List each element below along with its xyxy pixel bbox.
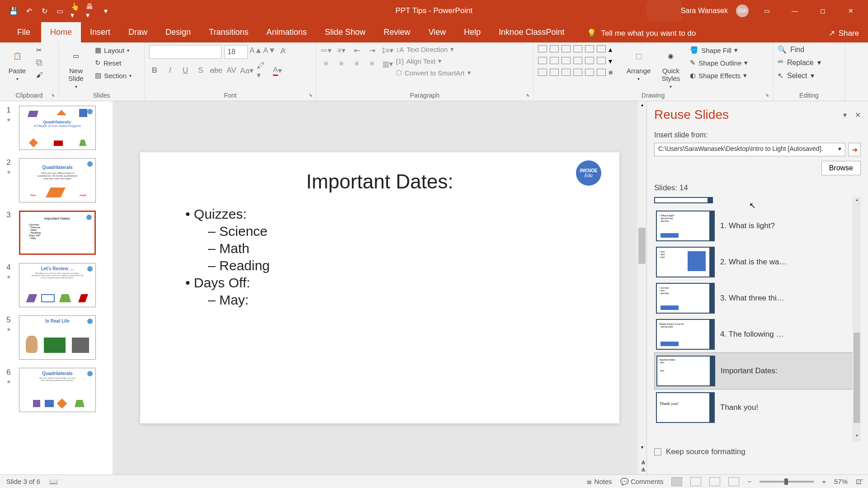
cut-button[interactable]: ✂ [33,45,46,55]
touch-mode-icon[interactable]: 👆▾ [71,6,80,15]
shapes-gallery[interactable]: ▴ ▾ ≡ [538,45,619,80]
select-button[interactable]: ↖Select ▾ [778,71,821,80]
decrease-indent-button[interactable]: ⇤ [352,45,362,55]
reuse-item-4[interactable]: Please bring in a box for text text text… [654,316,861,352]
arrange-button[interactable]: ⬚ Arrange ▾ [623,45,654,83]
reuse-thumb-partial[interactable] [654,197,713,203]
customize-qat-icon[interactable]: ▾ [101,6,110,15]
close-icon[interactable]: ✕ [841,4,861,18]
new-slide-button[interactable]: ▭ New Slide ▾ [63,45,89,91]
zoom-out-button[interactable]: − [747,478,751,485]
panel-menu-icon[interactable]: ▾ [843,111,847,119]
save-icon[interactable]: 💾 [9,6,18,15]
next-slide-icon[interactable]: ≛ [641,467,646,474]
minimize-icon[interactable]: — [785,4,805,18]
font-family-select[interactable] [149,45,222,59]
section-button[interactable]: ▤Section▾ [92,70,134,80]
reuse-item-1[interactable]: • What is light? text text text text tex… [654,208,861,244]
reading-view-button[interactable] [709,477,720,486]
slide-body[interactable]: • Quizzes: – Science – Math – Reading • … [167,206,592,308]
justify-button[interactable]: ≡ [367,59,377,69]
ribbon-display-icon[interactable]: ▭ [757,4,777,18]
slide-thumbnail-2[interactable]: Quadrilaterals There are many different … [19,158,96,202]
checkbox-icon[interactable] [654,448,661,455]
slide-thumbnail-6[interactable]: Quadrilaterals With your newly found kno… [19,368,96,412]
file-path-input[interactable]: C:\Users\SaraWanasek\Desktop\Intro to Li… [654,143,845,156]
sorter-view-button[interactable] [690,477,701,486]
numbering-button[interactable]: ≡▾ [336,45,346,55]
highlight-button[interactable]: 🖍▾ [257,65,268,76]
reset-button[interactable]: ↻Reset [92,58,134,68]
scroll-up-icon[interactable]: ▴ [638,102,646,109]
zoom-in-button[interactable]: + [822,478,826,485]
browse-button[interactable]: Browse [821,161,861,175]
tab-design[interactable]: Design [156,22,200,42]
reuse-item-2[interactable]: • text• text• text 2. What is the wa… [654,244,861,280]
share-button[interactable]: ↗ Share [829,28,859,42]
maximize-icon[interactable]: ◻ [813,4,833,18]
zoom-slider[interactable] [760,481,814,483]
reuse-item-5[interactable]: Important Dates:· text - -· text Importa… [654,352,861,389]
bullets-button[interactable]: ≔▾ [321,45,331,55]
drawing-launcher-icon[interactable]: ⬊ [765,93,771,98]
user-avatar[interactable]: SW [736,5,749,17]
shape-outline-button[interactable]: ✎Shape Outline ▾ [687,58,750,68]
tab-insert[interactable]: Insert [81,22,119,42]
slide-thumbnail-1[interactable]: Quadrilaterals: A Parade of Four-Sided P… [19,106,96,150]
font-color-button[interactable]: A▾ [272,65,283,76]
notes-button[interactable]: ≣ Notes [586,478,612,486]
shape-fill-button[interactable]: 🪣Shape Fill ▾ [687,45,750,55]
zoom-level[interactable]: 57% [834,478,848,485]
smartart-button[interactable]: ⬡Convert to SmartArt ▾ [396,69,471,77]
slideshow-view-button[interactable] [728,477,739,486]
slide-thumbnail-5[interactable]: In Real Life [19,315,96,360]
align-left-button[interactable]: ≡ [321,59,331,69]
decrease-font-icon[interactable]: A▼ [264,45,275,56]
scroll-thumb[interactable] [638,228,646,264]
strikethrough-button[interactable]: abc [211,65,222,76]
tab-home[interactable]: Home [41,22,81,42]
spell-check-icon[interactable]: 📖 [49,478,58,486]
replace-button[interactable]: ᵃᵇReplace ▾ [778,58,821,67]
tab-file[interactable]: File [6,22,41,42]
prev-slide-icon[interactable]: ≜ [641,460,646,466]
font-size-input[interactable] [224,45,248,59]
align-center-button[interactable]: ≡ [336,59,346,69]
line-spacing-button[interactable]: ‡≡▾ [382,45,392,55]
layout-button[interactable]: ▦Layout▾ [92,45,134,55]
align-right-button[interactable]: ≡ [352,59,362,69]
scroll-thumb[interactable] [854,333,860,423]
from-beginning-icon[interactable]: ▭ [55,6,64,15]
scroll-up-icon[interactable]: ▴ [853,197,861,205]
tab-inknoe[interactable]: Inknoe ClassPoint [490,22,573,42]
clipboard-launcher-icon[interactable]: ⬊ [51,93,57,98]
quick-print-icon[interactable]: 🖶▾ [86,6,95,15]
tab-slideshow[interactable]: Slide Show [316,22,375,42]
redo-icon[interactable]: ↻ [40,6,49,15]
tell-me-search[interactable]: 💡 Tell me what you want to do [587,28,696,42]
reuse-item-3[interactable]: • text text• text• text text 3. What thr… [654,280,861,316]
tab-view[interactable]: View [420,22,455,42]
shape-effects-button[interactable]: ◐Shape Effects ▾ [687,70,750,80]
font-launcher-icon[interactable]: ⬊ [309,93,314,98]
panel-close-icon[interactable]: ✕ [855,111,861,119]
paste-button[interactable]: 📋 Paste ▾ [5,45,30,83]
comments-button[interactable]: 💬 Comments [620,478,664,486]
reuse-scrollbar[interactable]: ▴ ▾ [853,197,861,441]
copy-button[interactable]: ⿻ [33,58,46,67]
char-spacing-button[interactable]: AV [226,65,237,76]
bold-button[interactable]: B [149,65,160,76]
tab-review[interactable]: Review [375,22,420,42]
scroll-down-icon[interactable]: ▾ [853,433,861,441]
align-text-button[interactable]: [‡]Align Text ▾ [396,57,471,65]
slide-title[interactable]: Important Dates: [167,170,592,193]
underline-button[interactable]: U [180,65,191,76]
italic-button[interactable]: I [165,65,175,76]
columns-button[interactable]: ▥▾ [382,59,392,69]
paragraph-launcher-icon[interactable]: ⬊ [526,93,531,98]
normal-view-button[interactable] [671,477,682,486]
editor-scrollbar[interactable]: ▴ ▾ ≜ ≛ [637,101,646,474]
slide-thumbnail-4[interactable]: Let's Review … All polygons are made up … [19,263,96,307]
slide-canvas[interactable]: INKNOE Edu Important Dates: • Quizzes: –… [140,152,619,423]
reuse-item-6[interactable]: Thank you! Thank you! [654,389,861,426]
